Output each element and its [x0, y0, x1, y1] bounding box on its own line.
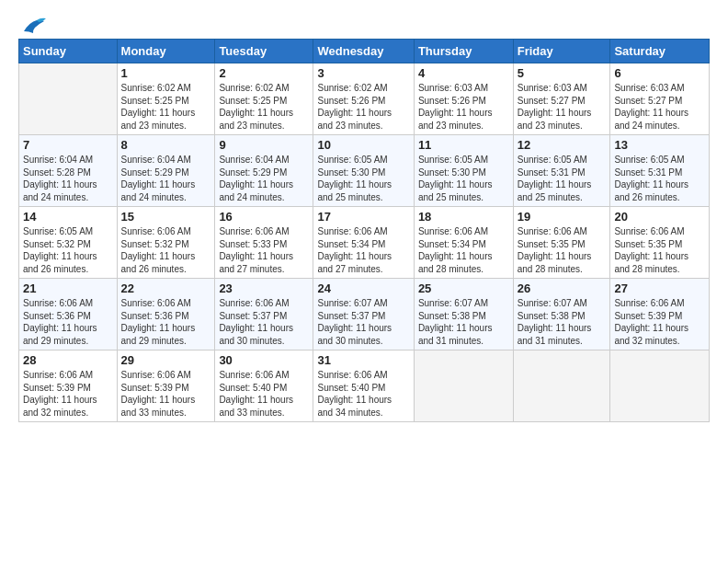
day-info: Sunrise: 6:02 AM Sunset: 5:25 PM Dayligh…	[121, 82, 211, 132]
calendar-cell: 8Sunrise: 6:04 AM Sunset: 5:29 PM Daylig…	[117, 135, 215, 207]
day-info: Sunrise: 6:05 AM Sunset: 5:31 PM Dayligh…	[518, 154, 607, 203]
calendar-cell: 26Sunrise: 6:07 AM Sunset: 5:38 PM Dayli…	[513, 279, 610, 350]
day-info: Sunrise: 6:04 AM Sunset: 5:28 PM Dayligh…	[23, 154, 113, 203]
calendar-cell: 13Sunrise: 6:05 AM Sunset: 5:31 PM Dayli…	[610, 135, 710, 207]
day-number: 12	[518, 138, 607, 152]
calendar-cell: 27Sunrise: 6:06 AM Sunset: 5:39 PM Dayli…	[610, 279, 710, 350]
day-info: Sunrise: 6:06 AM Sunset: 5:34 PM Dayligh…	[418, 225, 509, 275]
column-header-saturday: Saturday	[610, 40, 710, 63]
calendar-cell: 21Sunrise: 6:06 AM Sunset: 5:36 PM Dayli…	[19, 279, 118, 350]
calendar-cell: 28Sunrise: 6:06 AM Sunset: 5:39 PM Dayli…	[19, 350, 118, 422]
day-number: 1	[121, 66, 211, 80]
day-number: 18	[418, 210, 509, 224]
day-number: 19	[518, 210, 607, 224]
calendar-cell: 4Sunrise: 6:03 AM Sunset: 5:26 PM Daylig…	[414, 63, 513, 135]
day-number: 14	[23, 210, 113, 224]
calendar-cell: 11Sunrise: 6:05 AM Sunset: 5:30 PM Dayli…	[414, 135, 513, 207]
calendar-cell: 30Sunrise: 6:06 AM Sunset: 5:40 PM Dayli…	[215, 350, 313, 422]
calendar-cell: 22Sunrise: 6:06 AM Sunset: 5:36 PM Dayli…	[117, 279, 215, 350]
day-info: Sunrise: 6:04 AM Sunset: 5:29 PM Dayligh…	[219, 154, 309, 203]
calendar-cell	[414, 350, 513, 422]
day-info: Sunrise: 6:05 AM Sunset: 5:30 PM Dayligh…	[418, 154, 509, 203]
day-info: Sunrise: 6:06 AM Sunset: 5:39 PM Dayligh…	[23, 369, 113, 419]
calendar-cell: 18Sunrise: 6:06 AM Sunset: 5:34 PM Dayli…	[414, 207, 513, 279]
calendar-table: SundayMondayTuesdayWednesdayThursdayFrid…	[18, 39, 710, 422]
day-info: Sunrise: 6:06 AM Sunset: 5:35 PM Dayligh…	[614, 225, 705, 275]
day-info: Sunrise: 6:06 AM Sunset: 5:39 PM Dayligh…	[121, 369, 211, 419]
column-header-thursday: Thursday	[414, 40, 513, 63]
day-number: 9	[219, 138, 309, 152]
day-number: 20	[614, 210, 705, 224]
day-number: 13	[614, 138, 705, 152]
day-info: Sunrise: 6:06 AM Sunset: 5:40 PM Dayligh…	[317, 369, 409, 419]
calendar-cell	[19, 63, 118, 135]
day-info: Sunrise: 6:02 AM Sunset: 5:25 PM Dayligh…	[219, 82, 309, 132]
calendar-cell: 7Sunrise: 6:04 AM Sunset: 5:28 PM Daylig…	[19, 135, 118, 207]
day-number: 4	[418, 66, 509, 80]
column-header-wednesday: Wednesday	[313, 40, 414, 63]
logo	[18, 15, 46, 33]
day-info: Sunrise: 6:06 AM Sunset: 5:39 PM Dayligh…	[614, 297, 705, 347]
day-info: Sunrise: 6:07 AM Sunset: 5:37 PM Dayligh…	[317, 297, 409, 347]
day-info: Sunrise: 6:02 AM Sunset: 5:26 PM Dayligh…	[317, 82, 409, 132]
calendar-cell: 5Sunrise: 6:03 AM Sunset: 5:27 PM Daylig…	[513, 63, 610, 135]
calendar-cell: 16Sunrise: 6:06 AM Sunset: 5:33 PM Dayli…	[215, 207, 313, 279]
day-number: 2	[219, 66, 309, 80]
day-info: Sunrise: 6:07 AM Sunset: 5:38 PM Dayligh…	[518, 297, 607, 347]
day-info: Sunrise: 6:06 AM Sunset: 5:32 PM Dayligh…	[121, 225, 211, 275]
day-number: 17	[317, 210, 409, 224]
calendar-cell: 14Sunrise: 6:05 AM Sunset: 5:32 PM Dayli…	[19, 207, 118, 279]
day-number: 8	[121, 138, 211, 152]
day-info: Sunrise: 6:06 AM Sunset: 5:36 PM Dayligh…	[121, 297, 211, 347]
day-number: 24	[317, 282, 409, 295]
day-info: Sunrise: 6:05 AM Sunset: 5:30 PM Dayligh…	[317, 154, 409, 203]
day-number: 6	[614, 66, 705, 80]
calendar-cell: 3Sunrise: 6:02 AM Sunset: 5:26 PM Daylig…	[313, 63, 414, 135]
day-info: Sunrise: 6:05 AM Sunset: 5:32 PM Dayligh…	[23, 225, 113, 275]
day-info: Sunrise: 6:06 AM Sunset: 5:40 PM Dayligh…	[219, 369, 309, 419]
calendar-cell: 12Sunrise: 6:05 AM Sunset: 5:31 PM Dayli…	[513, 135, 610, 207]
day-info: Sunrise: 6:03 AM Sunset: 5:27 PM Dayligh…	[614, 82, 705, 132]
calendar-cell: 6Sunrise: 6:03 AM Sunset: 5:27 PM Daylig…	[610, 63, 710, 135]
week-row-5: 28Sunrise: 6:06 AM Sunset: 5:39 PM Dayli…	[19, 350, 710, 422]
day-number: 3	[317, 66, 409, 80]
calendar-cell	[513, 350, 610, 422]
day-info: Sunrise: 6:06 AM Sunset: 5:37 PM Dayligh…	[219, 297, 309, 347]
page: SundayMondayTuesdayWednesdayThursdayFrid…	[0, 0, 728, 431]
calendar-cell: 17Sunrise: 6:06 AM Sunset: 5:34 PM Dayli…	[313, 207, 414, 279]
day-info: Sunrise: 6:03 AM Sunset: 5:26 PM Dayligh…	[418, 82, 509, 132]
day-number: 5	[518, 66, 607, 80]
day-number: 28	[23, 353, 113, 367]
day-number: 22	[121, 282, 211, 295]
column-header-monday: Monday	[117, 40, 215, 63]
column-header-sunday: Sunday	[19, 40, 118, 63]
day-info: Sunrise: 6:03 AM Sunset: 5:27 PM Dayligh…	[518, 82, 607, 132]
calendar-cell: 20Sunrise: 6:06 AM Sunset: 5:35 PM Dayli…	[610, 207, 710, 279]
week-row-1: 1Sunrise: 6:02 AM Sunset: 5:25 PM Daylig…	[19, 63, 710, 135]
calendar-cell: 29Sunrise: 6:06 AM Sunset: 5:39 PM Dayli…	[117, 350, 215, 422]
day-number: 15	[121, 210, 211, 224]
calendar-cell: 23Sunrise: 6:06 AM Sunset: 5:37 PM Dayli…	[215, 279, 313, 350]
calendar-cell: 19Sunrise: 6:06 AM Sunset: 5:35 PM Dayli…	[513, 207, 610, 279]
day-number: 30	[219, 353, 309, 367]
logo-bird-icon	[20, 15, 46, 37]
day-info: Sunrise: 6:06 AM Sunset: 5:35 PM Dayligh…	[518, 225, 607, 275]
day-number: 21	[23, 282, 113, 295]
calendar-cell: 10Sunrise: 6:05 AM Sunset: 5:30 PM Dayli…	[313, 135, 414, 207]
day-info: Sunrise: 6:04 AM Sunset: 5:29 PM Dayligh…	[121, 154, 211, 203]
calendar-cell: 2Sunrise: 6:02 AM Sunset: 5:25 PM Daylig…	[215, 63, 313, 135]
calendar-cell: 24Sunrise: 6:07 AM Sunset: 5:37 PM Dayli…	[313, 279, 414, 350]
header-top	[18, 15, 710, 33]
day-number: 11	[418, 138, 509, 152]
calendar-cell: 31Sunrise: 6:06 AM Sunset: 5:40 PM Dayli…	[313, 350, 414, 422]
day-number: 26	[518, 282, 607, 295]
day-number: 23	[219, 282, 309, 295]
calendar-cell: 1Sunrise: 6:02 AM Sunset: 5:25 PM Daylig…	[117, 63, 215, 135]
day-number: 10	[317, 138, 409, 152]
calendar-cell: 15Sunrise: 6:06 AM Sunset: 5:32 PM Dayli…	[117, 207, 215, 279]
column-header-tuesday: Tuesday	[215, 40, 313, 63]
day-number: 31	[317, 353, 409, 367]
day-number: 27	[614, 282, 705, 295]
day-info: Sunrise: 6:06 AM Sunset: 5:33 PM Dayligh…	[219, 225, 309, 275]
week-row-2: 7Sunrise: 6:04 AM Sunset: 5:28 PM Daylig…	[19, 135, 710, 207]
